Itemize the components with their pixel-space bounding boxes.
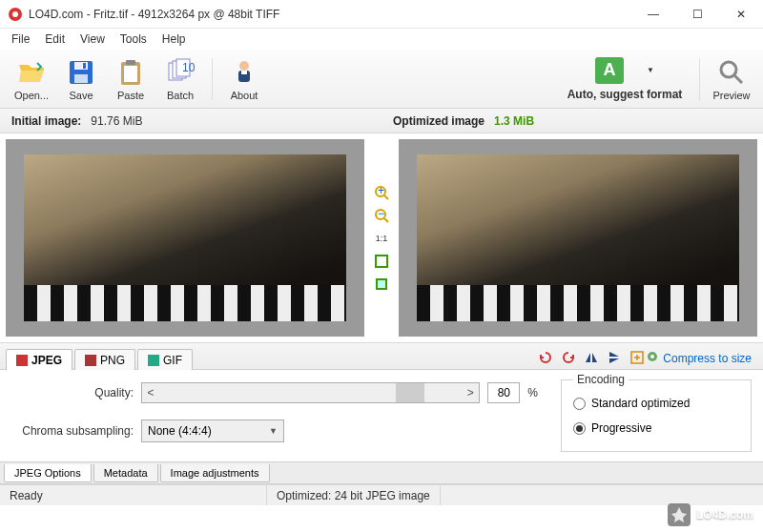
status-ready: Ready <box>0 485 267 505</box>
gif-icon <box>148 355 159 366</box>
optimized-image <box>417 154 739 322</box>
rotate-cw-button[interactable] <box>560 349 577 366</box>
chroma-select[interactable]: None (4:4:4) ▼ <box>141 419 284 442</box>
resize-button[interactable] <box>629 349 646 366</box>
encoding-legend: Encoding <box>573 373 629 386</box>
encoding-progressive-radio[interactable]: Progressive <box>573 419 739 438</box>
gear-icon <box>646 350 659 366</box>
menu-tools[interactable]: Tools <box>113 31 155 48</box>
about-button[interactable]: About <box>220 53 268 105</box>
tab-image-adjustments[interactable]: Image adjustments <box>160 464 270 482</box>
jpeg-icon <box>16 355 28 366</box>
toolbar-separator <box>212 58 213 100</box>
svg-line-22 <box>384 218 388 222</box>
svg-rect-24 <box>376 256 387 267</box>
fullscreen-button[interactable] <box>373 276 390 293</box>
initial-image-size: 91.76 MiB <box>91 114 142 128</box>
batch-label: Batch <box>167 90 194 101</box>
tab-metadata[interactable]: Metadata <box>93 464 158 482</box>
watermark-suffix: .com <box>727 508 753 522</box>
menu-edit[interactable]: Edit <box>37 31 72 48</box>
auto-suggest-button[interactable]: A ▼ Auto, suggest format <box>558 57 691 101</box>
svg-rect-26 <box>378 280 385 288</box>
slider-right-arrow[interactable]: > <box>462 386 479 399</box>
rotate-ccw-button[interactable] <box>537 349 554 366</box>
auto-a-icon: A <box>595 57 624 84</box>
tab-jpeg[interactable]: JPEG <box>6 349 72 370</box>
clipboard-icon <box>115 57 146 88</box>
initial-image <box>24 154 346 322</box>
fit-window-button[interactable] <box>373 253 390 270</box>
initial-image-pane[interactable] <box>6 139 364 337</box>
svg-point-13 <box>239 61 249 71</box>
info-bar: Initial image: 91.76 MiB Optimized image… <box>0 109 763 133</box>
svg-point-1 <box>12 11 18 17</box>
tab-png-label: PNG <box>100 354 125 367</box>
svg-rect-27 <box>16 355 28 366</box>
menu-view[interactable]: View <box>72 31 113 48</box>
quality-value-input[interactable]: 80 <box>487 382 520 403</box>
tab-gif-label: GIF <box>163 354 182 367</box>
zoom-1to1-button[interactable]: 1:1 <box>373 230 390 247</box>
slider-thumb[interactable] <box>396 383 424 402</box>
app-icon <box>8 7 23 22</box>
format-actions <box>537 349 646 369</box>
menu-help[interactable]: Help <box>155 31 194 48</box>
chevron-down-icon[interactable]: ▼ <box>647 66 654 74</box>
optimized-image-pane[interactable] <box>399 139 757 337</box>
preview-button[interactable]: Preview <box>708 53 755 105</box>
open-label: Open... <box>14 90 49 101</box>
maximize-button[interactable]: ☐ <box>675 0 719 29</box>
svg-rect-28 <box>85 355 96 366</box>
format-tabs: JPEG PNG GIF Compress to size <box>0 343 763 370</box>
menubar: File Edit View Tools Help <box>0 29 763 50</box>
optimized-image-size: 1.3 MiB <box>494 114 534 128</box>
svg-line-17 <box>734 75 742 83</box>
flip-vertical-button[interactable] <box>606 349 623 366</box>
flip-horizontal-button[interactable] <box>583 349 600 366</box>
svg-text:−: − <box>378 208 384 220</box>
open-button[interactable]: Open... <box>8 53 55 105</box>
floppy-icon <box>66 57 96 88</box>
quality-slider[interactable]: < > <box>141 382 480 403</box>
close-button[interactable]: ✕ <box>719 0 763 29</box>
watermark-icon <box>668 503 691 526</box>
slider-left-arrow[interactable]: < <box>142 386 159 399</box>
encoding-standard-label: Standard optimized <box>591 397 690 410</box>
auto-label: Auto, suggest format <box>567 88 683 101</box>
batch-icon: 101 <box>165 57 196 88</box>
zoom-out-button[interactable]: − <box>373 207 390 224</box>
save-label: Save <box>69 90 93 101</box>
tab-jpeg-label: JPEG <box>31 354 62 367</box>
tab-jpeg-options[interactable]: JPEG Options <box>4 464 92 482</box>
paste-label: Paste <box>117 90 144 101</box>
svg-rect-4 <box>74 74 88 83</box>
bottom-tabs: JPEG Options Metadata Image adjustments <box>0 461 763 484</box>
svg-rect-5 <box>83 63 86 69</box>
about-label: About <box>231 90 258 101</box>
folder-open-icon <box>16 57 47 88</box>
tab-gif[interactable]: GIF <box>137 349 193 370</box>
menu-file[interactable]: File <box>4 31 37 48</box>
encoding-standard-radio[interactable]: Standard optimized <box>573 394 739 413</box>
watermark: LO4D.com <box>668 503 753 526</box>
image-viewer: + − 1:1 <box>0 133 763 343</box>
encoding-progressive-label: Progressive <box>591 421 651 435</box>
viewer-tools: + − 1:1 <box>370 133 393 342</box>
encoding-fieldset: Encoding Standard optimized Progressive <box>561 379 752 452</box>
tab-png[interactable]: PNG <box>74 349 135 370</box>
toolbar: Open... Save Paste 101 Batch About A ▼ A… <box>0 50 763 109</box>
paste-button[interactable]: Paste <box>107 53 155 105</box>
zoom-in-button[interactable]: + <box>373 184 390 201</box>
statusbar: Ready Optimized: 24 bit JPEG image <box>0 484 763 505</box>
compress-to-size-link[interactable]: Compress to size <box>646 350 757 369</box>
titlebar: LO4D.com - Fritz.tif - 4912x3264 px @ 48… <box>0 0 763 29</box>
batch-button[interactable]: 101 Batch <box>156 53 204 105</box>
svg-text:101: 101 <box>182 61 196 74</box>
jpeg-options-panel: Quality: < > 80 % Chroma subsampling: No… <box>0 370 763 461</box>
chevron-down-icon: ▼ <box>269 426 278 436</box>
minimize-button[interactable]: — <box>631 0 675 29</box>
svg-rect-8 <box>126 60 135 65</box>
save-button[interactable]: Save <box>57 53 105 105</box>
chroma-value: None (4:4:4) <box>148 424 212 438</box>
